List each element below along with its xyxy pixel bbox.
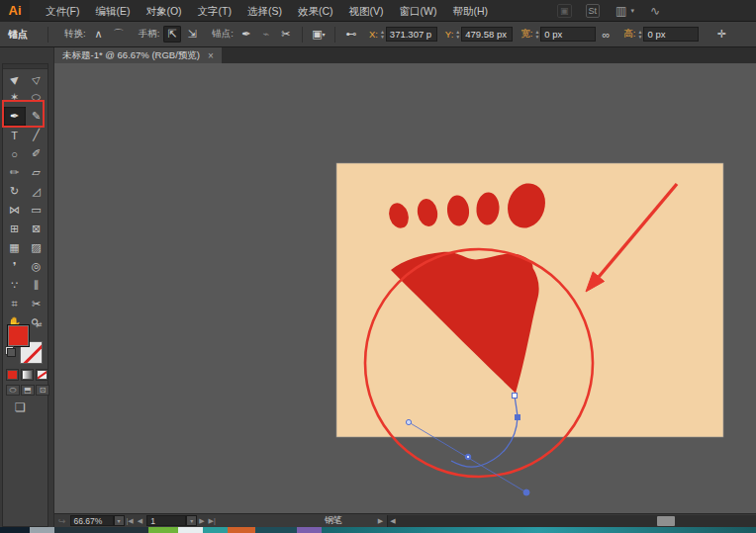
draw-normal-button[interactable]: ⬭ <box>6 385 20 396</box>
menu-type[interactable]: 文字(T) <box>190 0 239 22</box>
menu-edit[interactable]: 编辑(E) <box>87 0 138 22</box>
zoom-level-field[interactable]: 66.67% <box>70 515 114 526</box>
horizontal-scrollbar[interactable]: ◀ <box>387 515 756 527</box>
anchor-connector-icon[interactable]: ⊷ <box>342 26 360 43</box>
x-input[interactable]: 371.307 p <box>386 27 437 42</box>
gradient-tool[interactable]: ▨ <box>26 238 47 257</box>
last-artboard-button[interactable]: ▶| <box>209 517 216 525</box>
y-stepper[interactable]: ▲▼ <box>455 30 460 40</box>
artboard-number-field[interactable]: 1 <box>146 515 186 526</box>
selection-tool[interactable]: ▶ <box>4 69 26 88</box>
gradient-mode-button[interactable] <box>21 369 34 381</box>
stock-icon[interactable]: St <box>586 4 601 18</box>
status-pane-arrow[interactable]: ▶ <box>378 517 383 525</box>
menu-file[interactable]: 文件(F) <box>38 0 87 22</box>
perspective-grid-tool[interactable]: ⊠ <box>26 220 47 238</box>
scrollbar-thumb[interactable] <box>657 516 675 526</box>
menu-window[interactable]: 窗口(W) <box>392 0 445 22</box>
convert-label: 转换: <box>64 28 86 41</box>
link-dimensions-icon[interactable]: ∞ <box>597 26 614 43</box>
tools-panel: ▶ ▷ ✶ ⬭ ✒ ✎ T ╱ ○ ✐ ✏ ▱ ↻ ◿ ⋈ ▭ ⊞ ⊠ ▦ ▨ … <box>2 63 48 527</box>
isolate-button[interactable]: ▣▾ <box>310 26 328 43</box>
handle-endpoint[interactable] <box>523 489 529 495</box>
artboard-tool[interactable]: ⌗ <box>4 295 26 313</box>
taskbar-segment <box>322 527 756 533</box>
x-stepper[interactable]: ▲▼ <box>380 30 385 40</box>
curvature-tool[interactable]: ✎ <box>26 107 47 126</box>
next-artboard-button[interactable]: ▶ <box>199 517 204 525</box>
fill-swatch[interactable] <box>7 324 30 347</box>
mesh-tool[interactable]: ▦ <box>4 238 26 257</box>
pencil-tool[interactable]: ✏ <box>4 163 26 182</box>
swap-fill-stroke-icon[interactable]: ⇄ <box>36 320 43 329</box>
rotate-tool[interactable]: ↻ <box>4 182 26 201</box>
cs-live-icon[interactable]: ∿ <box>648 4 662 18</box>
close-icon[interactable]: × <box>208 50 214 61</box>
eraser-tool[interactable]: ▱ <box>26 163 47 182</box>
scale-tool[interactable]: ◿ <box>26 182 47 201</box>
convert-corner-button[interactable]: ∧ <box>90 26 108 43</box>
menu-help[interactable]: 帮助(H) <box>445 0 497 22</box>
width-input[interactable]: 0 px <box>540 27 596 42</box>
symbol-sprayer-tool[interactable]: ∵ <box>4 276 26 295</box>
zoom-dropdown-button[interactable]: ▾ <box>114 515 125 526</box>
menu-effect[interactable]: 效果(C) <box>290 0 341 22</box>
height-stepper[interactable]: ▲▼ <box>638 30 643 40</box>
separator <box>47 27 48 43</box>
app-logo[interactable]: Ai <box>0 0 30 22</box>
prev-artboard-button[interactable]: ◀ <box>138 517 142 525</box>
none-mode-button[interactable] <box>36 369 48 381</box>
scroll-left-arrow[interactable]: ◀ <box>390 517 395 525</box>
lasso-tool[interactable]: ⬭ <box>26 88 47 107</box>
draw-mode-buttons: ⬭ ⬒ ⊡ <box>6 385 49 396</box>
magic-wand-tool[interactable]: ✶ <box>4 88 26 107</box>
height-input[interactable]: 0 px <box>643 27 699 42</box>
selected-anchor-point[interactable] <box>516 415 520 420</box>
connect-path-button[interactable]: ⌁ <box>257 26 275 43</box>
blend-tool[interactable]: ◎ <box>26 257 47 276</box>
separator <box>302 27 303 43</box>
cut-path-button[interactable]: ✂ <box>277 26 295 43</box>
convert-smooth-button[interactable]: ⌒ <box>110 26 128 43</box>
free-transform-tool[interactable]: ▭ <box>26 201 47 220</box>
status-export-icon[interactable]: ↪ <box>58 516 66 526</box>
menu-select[interactable]: 选择(S) <box>239 0 290 22</box>
draw-inside-button[interactable]: ⊡ <box>36 385 49 396</box>
menu-view[interactable]: 视图(V) <box>341 0 392 22</box>
handle-endpoint[interactable] <box>406 419 411 424</box>
status-bar: ↪ 66.67% ▾ |◀ ◀ 1 ▾ ▶ ▶| 钢笔 ▶ ◀ <box>54 513 756 527</box>
ellipse-tool[interactable]: ○ <box>4 144 26 163</box>
slice-tool[interactable]: ✂ <box>26 295 47 313</box>
delete-anchor-button[interactable]: ✒ <box>237 26 255 43</box>
eyedropper-tool[interactable]: ❜ <box>4 257 26 276</box>
shape-builder-tool[interactable]: ⊞ <box>4 220 26 238</box>
bridge-icon[interactable]: ▣ <box>557 4 572 18</box>
width-stepper[interactable]: ▲▼ <box>534 30 539 40</box>
type-tool[interactable]: T <box>4 126 26 144</box>
screen-mode-button[interactable]: ❏ <box>15 400 26 414</box>
menu-object[interactable]: 对象(O) <box>138 0 189 22</box>
none-mode-icon <box>38 371 47 379</box>
width-tool[interactable]: ⋈ <box>4 201 26 220</box>
y-input[interactable]: 479.58 px <box>461 27 513 42</box>
line-segment-tool[interactable]: ╱ <box>26 126 47 144</box>
width-label: 宽: <box>520 28 532 41</box>
column-graph-tool[interactable]: ⫼ <box>26 276 47 295</box>
direct-selection-tool[interactable]: ▷ <box>26 69 47 88</box>
document-tab[interactable]: 未标题-1* @ 66.67% (RGB/预览) × <box>54 47 222 63</box>
draw-behind-button[interactable]: ⬒ <box>21 385 35 396</box>
control-bar: 锚点 转换: ∧ ⌒ 手柄: ⇱ ⇲ 锚点: ✒ ⌁ ✂ ▣▾ ⊷ X: ▲▼ … <box>0 22 756 47</box>
first-artboard-button[interactable]: |◀ <box>127 517 134 525</box>
transform-options-icon[interactable]: ✛ <box>712 26 730 43</box>
pen-tool[interactable]: ✒ <box>4 107 26 126</box>
workspace-switcher[interactable]: ▥ ▾ <box>614 4 634 18</box>
hollow-anchor-point[interactable] <box>513 394 518 399</box>
artboard-dropdown-button[interactable]: ▾ <box>186 515 197 526</box>
paintbrush-tool[interactable]: ✐ <box>26 144 47 163</box>
hide-handles-button[interactable]: ⇲ <box>183 26 201 43</box>
menu-bar: Ai 文件(F) 编辑(E) 对象(O) 文字(T) 选择(S) 效果(C) 视… <box>0 0 756 22</box>
show-handles-button[interactable]: ⇱ <box>163 26 181 43</box>
canvas-area[interactable] <box>54 63 756 513</box>
color-mode-button[interactable] <box>6 369 19 381</box>
default-fill-stroke-icon[interactable] <box>5 346 14 355</box>
